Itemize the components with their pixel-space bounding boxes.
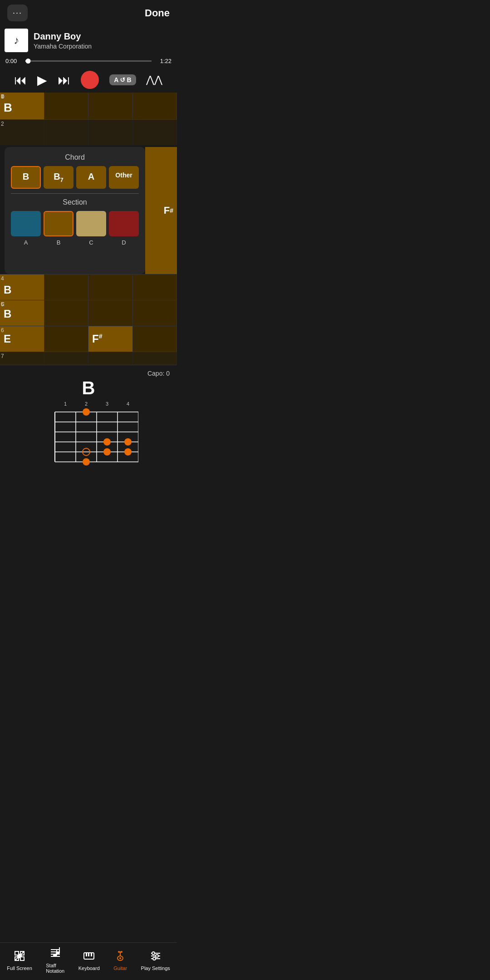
- section-label-C: C: [76, 239, 106, 246]
- section-labels: A B C D: [11, 239, 139, 246]
- play-button[interactable]: ▶: [37, 73, 47, 88]
- fret-numbers: 1 2 3 4: [39, 401, 138, 407]
- svg-point-17: [83, 458, 90, 466]
- measure-num-4: 4: [1, 275, 4, 282]
- progress-thumb: [25, 59, 30, 64]
- song-title: Danny Boy: [34, 31, 92, 42]
- fast-forward-button[interactable]: ⏭: [58, 73, 70, 88]
- chord-diagram-area: Capo: 0 B 1 2 3 4: [0, 365, 177, 471]
- chord-cell[interactable]: [44, 352, 89, 365]
- measure-num-6: 6: [1, 327, 4, 333]
- measure-num-2: 2: [1, 121, 4, 127]
- chord-diagram-name: B: [82, 378, 95, 398]
- section-btn-C[interactable]: [76, 211, 106, 236]
- menu-button[interactable]: ···: [7, 5, 28, 21]
- popup-divider: [11, 193, 139, 194]
- measure-num-1: 1: [1, 93, 4, 100]
- controls: ⏮ ▶ ⏭ A ↻ B ⋀⋀: [0, 67, 177, 93]
- section-label-A: A: [11, 239, 41, 246]
- svg-point-16: [124, 448, 132, 456]
- svg-point-12: [83, 408, 90, 416]
- chord-option-A[interactable]: A: [76, 166, 106, 189]
- measure-row-6: 6 E F#: [0, 326, 177, 352]
- chord-cell[interactable]: [44, 326, 89, 352]
- measure-cells-2: 2: [0, 120, 177, 145]
- chord-option-B[interactable]: B: [11, 166, 41, 189]
- album-art: ♪: [5, 29, 28, 52]
- chord-buttons: B B7 A Other: [11, 166, 139, 189]
- measure-row-4: 4 B: [0, 274, 177, 300]
- section-btn-A[interactable]: [11, 211, 41, 236]
- svg-point-13: [103, 438, 111, 446]
- chord-cell[interactable]: [44, 93, 89, 119]
- chord-cell[interactable]: F#: [88, 326, 133, 352]
- capo-info: Capo: 0: [147, 370, 170, 377]
- measures-container: 1 B B 2 Chord B B7: [0, 93, 177, 365]
- record-button[interactable]: [81, 71, 99, 89]
- chord-cell[interactable]: [88, 352, 133, 365]
- chord-cell[interactable]: [133, 300, 177, 326]
- chord-cell[interactable]: [133, 93, 177, 119]
- chord-cell[interactable]: B: [0, 274, 44, 300]
- measure-num-7: 7: [1, 353, 4, 359]
- chord-cell[interactable]: C B: [0, 300, 44, 326]
- time-current: 0:00: [5, 58, 22, 64]
- chord-popup-title: Chord: [11, 153, 139, 162]
- chord-option-B7[interactable]: B7: [44, 166, 74, 189]
- chord-cell[interactable]: [0, 120, 44, 145]
- time-total: 1:22: [155, 58, 172, 64]
- chord-cell[interactable]: [88, 120, 133, 145]
- section-label-B: B: [44, 239, 74, 246]
- measure-row-2-popup: 2 Chord B B7 A Other Section: [0, 120, 177, 274]
- done-button[interactable]: Done: [145, 7, 170, 19]
- chord-cell[interactable]: [44, 274, 89, 300]
- chord-cell[interactable]: [88, 274, 133, 300]
- section-label-D: D: [109, 239, 139, 246]
- chord-cell[interactable]: [88, 300, 133, 326]
- chord-cell[interactable]: [0, 352, 44, 365]
- rewind-button[interactable]: ⏮: [14, 73, 27, 88]
- chord-cell[interactable]: [133, 120, 177, 145]
- svg-point-14: [103, 448, 111, 456]
- up-arrows-button[interactable]: ⋀⋀: [146, 74, 162, 86]
- song-info: ♪ Danny Boy Yamaha Corporation: [0, 26, 177, 55]
- section-btn-D[interactable]: [109, 211, 139, 236]
- ab-button[interactable]: A ↻ B: [109, 74, 136, 85]
- chord-cell[interactable]: [44, 120, 89, 145]
- chord-cell[interactable]: [133, 274, 177, 300]
- chord-cell[interactable]: [88, 93, 133, 119]
- header: ··· Done: [0, 0, 177, 26]
- section-btn-B[interactable]: [44, 211, 74, 236]
- measure-row-7: 7: [0, 352, 177, 365]
- chord-cell[interactable]: [44, 300, 89, 326]
- chord-cell[interactable]: [133, 352, 177, 365]
- song-artist: Yamaha Corporation: [34, 43, 92, 50]
- progress-bar[interactable]: [25, 60, 152, 62]
- section-buttons: [11, 211, 139, 236]
- chord-cell[interactable]: [133, 326, 177, 352]
- measure-row-1: 1 B B: [0, 93, 177, 120]
- section-popup-title: Section: [11, 198, 139, 206]
- measure-row-5: 5 C B: [0, 300, 177, 326]
- measure-num-5: 5: [1, 301, 4, 308]
- svg-point-15: [124, 438, 132, 446]
- guitar-diagram: [39, 407, 138, 466]
- chord-section-popup: Chord B B7 A Other Section A: [5, 147, 145, 274]
- progress-section: 0:00 1:22: [0, 55, 177, 67]
- song-details: Danny Boy Yamaha Corporation: [34, 31, 92, 50]
- chord-cell[interactable]: E: [0, 326, 44, 352]
- popup-container: Chord B B7 A Other Section A: [0, 147, 177, 274]
- chord-option-Other[interactable]: Other: [109, 166, 139, 189]
- fsharp-cell[interactable]: F#: [145, 147, 177, 274]
- chord-cell[interactable]: B B: [0, 93, 44, 119]
